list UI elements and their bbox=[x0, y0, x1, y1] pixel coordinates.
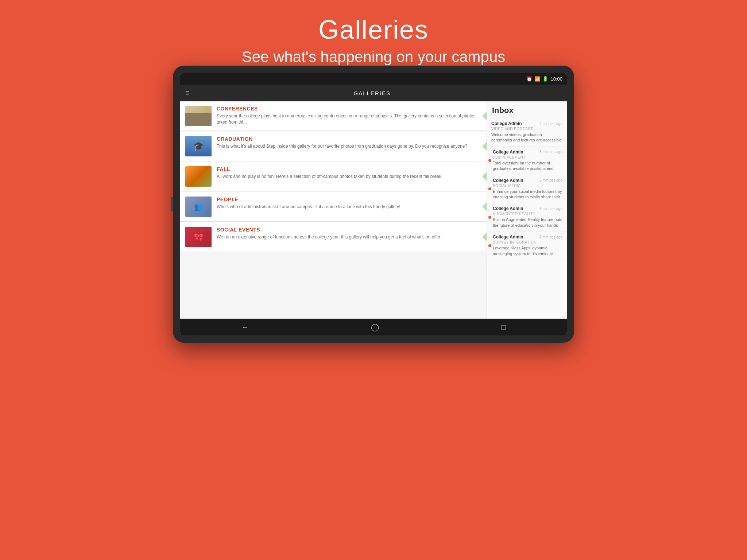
inbox-item-2[interactable]: College Admin 5 minutes ago JOB PLACEMEN… bbox=[487, 147, 567, 175]
inbox-category-2: JOB PLACEMENT bbox=[493, 155, 562, 159]
inbox-sender-3: College Admin bbox=[493, 178, 523, 183]
page-header: Galleries See what's happening on your c… bbox=[0, 0, 747, 77]
page-title: Galleries bbox=[0, 15, 747, 44]
clock: 10:00 bbox=[550, 76, 562, 82]
unread-dot-4 bbox=[488, 216, 491, 219]
inbox-item-3[interactable]: College Admin 5 minutes ago SOCIAL MEDIA… bbox=[487, 175, 567, 203]
gallery-desc-people: Who's who of administration staff around… bbox=[217, 204, 481, 210]
inbox-item-1-header: College Admin 4 minutes ago bbox=[491, 121, 562, 126]
unread-dot-2 bbox=[488, 159, 491, 162]
app-bar: ≡ GALLERIES bbox=[180, 85, 567, 101]
gallery-title-graduation: GRADUATION bbox=[217, 136, 481, 142]
gallery-info-people: PEOPLE Who's who of administration staff… bbox=[217, 197, 481, 210]
gallery-thumb-graduation bbox=[185, 136, 212, 156]
inbox-time-2: 5 minutes ago bbox=[539, 150, 562, 154]
inbox-panel: Inbox College Admin 4 minutes ago VIDEO … bbox=[487, 101, 567, 319]
gallery-info-graduation: GRADUATION This is what it's all about! … bbox=[217, 136, 481, 149]
gallery-thumb-people bbox=[185, 197, 212, 217]
gallery-info-fall: FALL All work and no play is no fun! Her… bbox=[217, 166, 481, 180]
inbox-item-2-header: College Admin 5 minutes ago bbox=[493, 149, 562, 155]
inbox-category-5: SURVEY INTEGRATION bbox=[493, 240, 562, 244]
recents-button[interactable]: □ bbox=[501, 323, 506, 331]
inbox-preview-3: Enhance your social media footprint by e… bbox=[493, 189, 562, 200]
gallery-desc-conferences: Every year the college plays host to num… bbox=[217, 113, 481, 125]
inbox-item-4-header: College Admin 6 minutes ago bbox=[493, 206, 562, 211]
inbox-sender-4: College Admin bbox=[493, 206, 523, 211]
gallery-title-fall: FALL bbox=[217, 166, 481, 172]
inbox-sender-2: College Admin bbox=[493, 149, 523, 155]
gallery-title-social-events: SOCIAL EVENTS bbox=[217, 227, 481, 233]
gallery-item-conferences[interactable]: CONFERENCES Every year the college plays… bbox=[180, 101, 487, 131]
inbox-preview-4: Built-in Augmented Reality feature puts … bbox=[493, 217, 562, 228]
inbox-category-1: VIDEO AND PODCAST bbox=[491, 127, 562, 131]
gallery-item-graduation[interactable]: GRADUATION This is what it's all about! … bbox=[180, 132, 487, 161]
unread-dot-5 bbox=[488, 244, 491, 247]
gallery-thumb-conferences bbox=[185, 106, 212, 126]
gallery-title-people: PEOPLE bbox=[217, 197, 481, 202]
inbox-time-5: 7 minutes ago bbox=[539, 235, 562, 239]
gallery-item-people[interactable]: PEOPLE Who's who of administration staff… bbox=[180, 192, 487, 222]
gallery-info-social-events: SOCIAL EVENTS We run an extensive range … bbox=[217, 227, 481, 240]
inbox-preview-2: Total oversight on the number of graduat… bbox=[493, 160, 562, 172]
tablet-side-button bbox=[171, 197, 173, 211]
app-bar-title: GALLERIES bbox=[195, 90, 549, 96]
tablet-frame: ⏰ 📶 🔋 10:00 ≡ GALLERIES CONFERENCES Ever… bbox=[173, 66, 574, 343]
inbox-item-1[interactable]: College Admin 4 minutes ago VIDEO AND PO… bbox=[487, 118, 567, 147]
inbox-sender-1: College Admin bbox=[491, 121, 522, 126]
gallery-title-conferences: CONFERENCES bbox=[217, 106, 481, 112]
gallery-info-conferences: CONFERENCES Every year the college plays… bbox=[217, 106, 481, 125]
page-subtitle: See what's happening on your campus bbox=[0, 48, 747, 66]
battery-icon: 🔋 bbox=[542, 76, 548, 82]
inbox-category-4: AUGMENTED REALITY bbox=[493, 212, 562, 216]
bottom-nav-bar: ← ◯ □ bbox=[180, 319, 567, 335]
inbox-time-3: 5 minutes ago bbox=[539, 178, 562, 182]
inbox-sender-5: College Admin bbox=[493, 234, 523, 240]
status-bar: ⏰ 📶 🔋 10:00 bbox=[180, 73, 567, 85]
gallery-thumb-social bbox=[185, 227, 212, 247]
gallery-desc-social-events: We run an extensive range of functions a… bbox=[217, 234, 481, 240]
inbox-item-5-header: College Admin 7 minutes ago bbox=[493, 234, 562, 240]
hamburger-icon[interactable]: ≡ bbox=[185, 89, 189, 97]
wifi-icon: 📶 bbox=[534, 76, 540, 82]
inbox-preview-5: Leverage Klass Apps' dynamic messaging s… bbox=[493, 245, 562, 257]
inbox-preview-1: Welcome videos, graduation ceremonies an… bbox=[491, 132, 562, 143]
inbox-time-4: 6 minutes ago bbox=[539, 207, 562, 211]
inbox-item-5[interactable]: College Admin 7 minutes ago SURVEY INTEG… bbox=[487, 232, 567, 260]
gallery-desc-graduation: This is what it's all about! Step inside… bbox=[217, 143, 481, 149]
inbox-header: Inbox bbox=[487, 101, 567, 118]
content-area: CONFERENCES Every year the college plays… bbox=[180, 101, 567, 319]
inbox-item-3-header: College Admin 5 minutes ago bbox=[493, 178, 562, 183]
galleries-panel: CONFERENCES Every year the college plays… bbox=[180, 101, 487, 319]
back-button[interactable]: ← bbox=[241, 323, 249, 331]
inbox-category-3: SOCIAL MEDIA bbox=[493, 184, 562, 188]
tablet-screen: ⏰ 📶 🔋 10:00 ≡ GALLERIES CONFERENCES Ever… bbox=[180, 73, 567, 335]
inbox-item-4[interactable]: College Admin 6 minutes ago AUGMENTED RE… bbox=[487, 203, 567, 232]
status-icons: ⏰ 📶 🔋 10:00 bbox=[526, 76, 562, 82]
home-button[interactable]: ◯ bbox=[371, 323, 379, 331]
gallery-desc-fall: All work and no play is no fun! Here's a… bbox=[217, 174, 481, 180]
gallery-thumb-fall bbox=[185, 166, 212, 187]
alarm-icon: ⏰ bbox=[526, 76, 532, 82]
unread-dot-3 bbox=[488, 187, 491, 190]
gallery-item-social-events[interactable]: SOCIAL EVENTS We run an extensive range … bbox=[180, 222, 487, 252]
inbox-time-1: 4 minutes ago bbox=[539, 122, 562, 126]
gallery-item-fall[interactable]: FALL All work and no play is no fun! Her… bbox=[180, 162, 487, 191]
